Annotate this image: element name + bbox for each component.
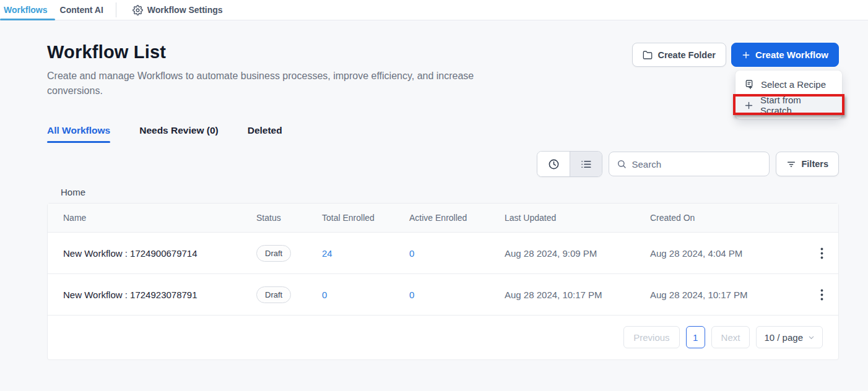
list-view-button[interactable] <box>570 152 602 176</box>
nav-tab-content-ai-label: Content AI <box>60 5 103 15</box>
menu-item-start-from-scratch-label: Start from Scratch <box>760 95 833 116</box>
next-page-button[interactable]: Next <box>711 326 750 348</box>
column-header-total-enrolled: Total Enrolled <box>322 213 409 223</box>
column-header-last-updated: Last Updated <box>505 213 650 223</box>
created-on-value: Aug 28 2024, 10:17 PM <box>650 290 803 300</box>
page-header: Workflow List Create and manage Workflow… <box>47 42 839 98</box>
menu-item-select-a-recipe[interactable]: Select a Recipe <box>736 74 842 95</box>
workflow-tabs: All Workflows Needs Review (0) Deleted <box>47 125 839 143</box>
pagination: Previous 1 Next 10 / page <box>48 316 838 359</box>
page-title: Workflow List <box>47 42 508 62</box>
page-subtitle: Create and manage Workflows to automate … <box>47 69 508 98</box>
toolbar: Filters <box>47 151 839 177</box>
column-header-active-enrolled: Active Enrolled <box>409 213 505 223</box>
row-actions-kebab-icon[interactable] <box>814 244 830 263</box>
column-header-status: Status <box>256 213 322 223</box>
previous-page-button[interactable]: Previous <box>623 326 679 348</box>
nav-tab-workflows[interactable]: Workflows <box>0 0 51 20</box>
menu-item-select-a-recipe-label: Select a Recipe <box>761 79 826 90</box>
search-input[interactable] <box>631 159 762 170</box>
plus-icon <box>742 51 750 59</box>
menu-item-start-from-scratch[interactable]: Start from Scratch <box>736 95 842 116</box>
last-updated-value: Aug 28 2024, 10:17 PM <box>505 290 650 300</box>
create-folder-button[interactable]: Create Folder <box>632 43 726 67</box>
recipe-icon <box>744 79 754 89</box>
create-workflow-button[interactable]: Create Workflow <box>731 43 839 67</box>
search-box <box>609 152 770 176</box>
plus-icon <box>744 101 753 110</box>
tab-needs-review[interactable]: Needs Review (0) <box>139 125 219 143</box>
page-size-select[interactable]: 10 / page <box>756 326 823 348</box>
total-enrolled-link[interactable]: 0 <box>322 290 409 300</box>
column-header-created-on: Created On <box>650 213 803 223</box>
nav-tab-workflows-label: Workflows <box>4 5 48 15</box>
chevron-down-icon <box>808 334 815 341</box>
row-actions-kebab-icon[interactable] <box>814 285 830 304</box>
nav-tab-workflow-settings[interactable]: Workflow Settings <box>124 0 232 20</box>
active-enrolled-link[interactable]: 0 <box>409 290 505 300</box>
page-number-button[interactable]: 1 <box>686 326 705 348</box>
table-row: New Workflow : 1724900679714 Draft 24 0 … <box>48 233 838 274</box>
page-content: Workflow List Create and manage Workflow… <box>0 20 868 360</box>
tab-all-workflows-label: All Workflows <box>47 125 110 135</box>
recent-view-button[interactable] <box>537 152 570 176</box>
tab-deleted-label: Deleted <box>248 125 282 135</box>
filter-icon <box>786 159 796 169</box>
nav-tab-content-ai[interactable]: Content AI <box>51 0 112 20</box>
clock-icon <box>548 158 560 170</box>
create-workflow-label: Create Workflow <box>755 49 828 60</box>
tab-needs-review-label: Needs Review (0) <box>139 125 219 135</box>
table-row: New Workflow : 1724923078791 Draft 0 0 A… <box>48 274 838 316</box>
create-folder-label: Create Folder <box>658 50 715 60</box>
gear-icon <box>132 5 143 15</box>
tab-all-workflows[interactable]: All Workflows <box>47 125 110 143</box>
filters-button[interactable]: Filters <box>776 152 839 176</box>
header-actions: Create Folder Create Workflow Select a R… <box>632 43 839 67</box>
nav-tab-workflow-settings-label: Workflow Settings <box>147 5 223 15</box>
list-icon <box>580 158 592 170</box>
tab-deleted[interactable]: Deleted <box>248 125 282 143</box>
folder-icon <box>643 50 653 60</box>
breadcrumb[interactable]: Home <box>61 187 839 197</box>
column-header-name: Name <box>48 213 256 223</box>
filters-label: Filters <box>801 159 828 169</box>
create-workflow-dropdown: Select a Recipe Start from Scratch <box>736 71 842 119</box>
created-on-value: Aug 28 2024, 4:04 PM <box>650 248 803 259</box>
page-header-text: Workflow List Create and manage Workflow… <box>47 42 508 98</box>
table-header-row: Name Status Total Enrolled Active Enroll… <box>48 204 838 233</box>
page-size-label: 10 / page <box>764 332 803 343</box>
search-icon <box>617 159 627 169</box>
nav-divider <box>116 2 116 17</box>
top-navigation: Workflows Content AI Workflow Settings <box>0 0 868 20</box>
status-badge: Draft <box>256 245 291 262</box>
workflow-name-link[interactable]: New Workflow : 1724900679714 <box>48 248 256 259</box>
status-badge: Draft <box>256 286 291 303</box>
active-enrolled-link[interactable]: 0 <box>409 248 505 259</box>
total-enrolled-link[interactable]: 24 <box>322 248 409 259</box>
workflow-table: Name Status Total Enrolled Active Enroll… <box>47 203 839 360</box>
last-updated-value: Aug 28 2024, 9:09 PM <box>505 248 650 259</box>
workflow-name-link[interactable]: New Workflow : 1724923078791 <box>48 290 256 300</box>
view-toggle <box>537 151 602 177</box>
